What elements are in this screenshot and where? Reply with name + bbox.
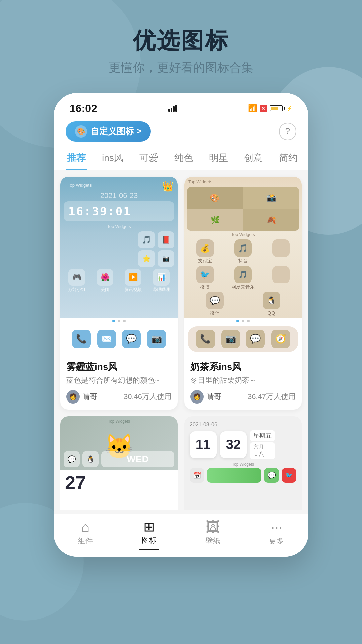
theme-info-blue: 雾霾蓝ins风 蓝色是符合所有幻想的颜色~ 🧑 晴哥 30.46万人使用	[60, 355, 178, 410]
tab-star[interactable]: 明星	[208, 147, 229, 170]
theme-card-cat[interactable]: Top Widgets 🐱 💬 🐧 WED 27	[60, 416, 178, 510]
cream-dock-msg: 💬	[246, 330, 265, 348]
cream-dock: 📞 📷 💬 🧭	[188, 326, 298, 352]
theme-card-blue[interactable]: 👑 Top Widgets 2021-06-23 16:39:01 Top Wi	[60, 177, 178, 410]
calendar-preview: 2021-08-06 11 32 星期五 六月廿八 Top Widgets 📅	[184, 416, 302, 510]
battery-icon: ⚡	[270, 105, 292, 111]
widget-icon: ⌂	[81, 520, 89, 534]
custom-icon: 🎨	[75, 125, 87, 138]
blue-app-icon-3: ⭐	[138, 250, 155, 267]
content-area: 👑 Top Widgets 2021-06-23 16:39:01 Top Wi	[54, 170, 308, 514]
preview-header-blue: Top Widgets	[64, 180, 174, 189]
bottom-nav: ⌂ 组件 ⊞ 图标 🖼 壁纸 ··· 更多	[54, 514, 308, 557]
cal-num-2: 32	[220, 431, 247, 458]
blue-app-icon-2: 📕	[158, 231, 174, 248]
tab-cute[interactable]: 可爱	[138, 147, 160, 170]
cream-collage: 🎨 📸 🌿 🍂	[187, 187, 299, 231]
cream-icon-grid: 💰 支付宝 🎵 抖音	[184, 238, 302, 265]
theme-grid: 👑 Top Widgets 2021-06-23 16:39:01 Top Wi	[60, 177, 302, 510]
cal-date-header: 2021-08-06	[190, 422, 296, 428]
theme-card-cream[interactable]: Top Widgets 🎨 📸 🌿 🍂 Top Widgets	[184, 177, 302, 410]
crown-badge: 👑	[162, 181, 174, 192]
blue-app-icon-4: 📷	[158, 250, 174, 267]
more-icon: ···	[270, 520, 282, 534]
wallpaper-icon: 🖼	[206, 520, 220, 534]
tab-simple[interactable]: 简约	[278, 147, 299, 170]
cream-dock-phone: 📞	[196, 330, 215, 348]
status-icons: 📶 ✕ ⚡	[248, 104, 292, 113]
theme-card-calendar[interactable]: 2021-08-06 11 32 星期五 六月廿八 Top Widgets 📅	[184, 416, 302, 510]
signal-icon	[168, 105, 177, 112]
hero-title: 优选图标	[0, 27, 362, 54]
theme-name-cream: 奶茶系ins风	[190, 361, 296, 373]
theme-preview-cream: Top Widgets 🎨 📸 🌿 🍂 Top Widgets	[184, 177, 302, 318]
tab-recommend[interactable]: 推荐	[66, 147, 87, 170]
tab-ins[interactable]: ins风	[101, 147, 125, 170]
more-label: 更多	[269, 536, 284, 546]
nav-item-widget[interactable]: ⌂ 组件	[54, 520, 117, 550]
blue-grid-icon-2: 🌺 美团	[92, 269, 118, 293]
hero-subtitle: 更懂你，更好看的图标合集	[0, 60, 362, 76]
theme-author-blue: 🧑 晴哥	[66, 390, 97, 404]
help-icon: ?	[285, 126, 290, 137]
theme-users-cream: 36.47万人使用	[248, 392, 296, 402]
author-avatar-blue: 🧑	[66, 390, 80, 404]
cal-app-row: 📅 💬 🐦	[190, 468, 296, 483]
dock-phone: 📞	[72, 330, 91, 348]
nav-active-indicator	[139, 549, 159, 550]
cal-lunar: 六月廿八	[250, 442, 275, 459]
x-icon: ✕	[260, 105, 267, 112]
blue-dots	[60, 318, 178, 324]
theme-footer-cream: 🧑 晴哥 36.47万人使用	[190, 390, 296, 404]
cal-num-1: 11	[190, 431, 217, 458]
icon-label: 图标	[142, 535, 157, 545]
theme-desc-cream: 冬日里的甜栗奶茶～	[190, 375, 296, 385]
preview-header-cream: Top Widgets	[184, 177, 302, 186]
nav-item-more[interactable]: ··· 更多	[245, 520, 308, 550]
blue-grid-icon-3: ▶️ 腾讯视频	[120, 269, 146, 293]
cal-date-display: 11 32 星期五 六月廿八	[190, 430, 296, 459]
cal-weekday: 星期五	[250, 430, 275, 441]
icon-icon: ⊞	[143, 520, 155, 533]
custom-icon-button[interactable]: 🎨 自定义图标 >	[66, 121, 151, 142]
cream-dock-compass: 🧭	[271, 330, 290, 348]
cream-icon-grid3: 💬 微信 🐧 QQ	[184, 291, 302, 318]
theme-footer-blue: 🧑 晴哥 30.46万人使用	[66, 390, 172, 404]
dock-mail: ✉️	[97, 330, 116, 348]
dock-camera: 📷	[147, 330, 166, 348]
blue-grid-icon-1: 🎮 万能小组	[64, 269, 90, 293]
status-bar: 16:02 📶 ✕ ⚡	[54, 93, 308, 118]
theme-info-cream: 奶茶系ins风 冬日里的甜栗奶茶～ 🧑 晴哥 36.47万人使用	[184, 355, 302, 410]
cream-dock-camera: 📷	[221, 330, 240, 348]
tab-solid[interactable]: 纯色	[173, 147, 194, 170]
wifi-icon: 📶	[248, 104, 257, 113]
theme-desc-blue: 蓝色是符合所有幻想的颜色~	[66, 375, 172, 385]
custom-banner: 🎨 自定义图标 > ?	[54, 118, 308, 147]
cream-dots	[184, 318, 302, 324]
theme-users-blue: 30.46万人使用	[124, 392, 172, 402]
hero-section: 优选图标 更懂你，更好看的图标合集	[0, 0, 362, 86]
tab-creative[interactable]: 创意	[243, 147, 264, 170]
dock-msg: 💬	[122, 330, 141, 348]
wallpaper-label: 壁纸	[205, 536, 220, 546]
help-button[interactable]: ?	[279, 123, 296, 140]
blue-dock: 📞 ✉️ 💬 📷	[64, 326, 174, 352]
nav-item-wallpaper[interactable]: 🖼 壁纸	[181, 520, 245, 550]
phone-wrapper: 16:02 📶 ✕ ⚡ 🎨	[0, 93, 362, 557]
theme-preview-blue: 👑 Top Widgets 2021-06-23 16:39:01 Top Wi	[60, 177, 178, 318]
phone-frame: 16:02 📶 ✕ ⚡ 🎨	[54, 93, 308, 557]
blue-grid-icon-4: 📊 哔哩哔哩	[148, 269, 174, 293]
status-time: 16:02	[70, 102, 97, 115]
author-name-blue: 晴哥	[82, 392, 97, 402]
cal-day-partial: 27	[65, 473, 86, 492]
author-name-cream: 晴哥	[206, 392, 221, 402]
widget-label: 组件	[78, 536, 93, 546]
author-avatar-cream: 🧑	[190, 390, 204, 404]
blue-app-icon-1: 🎵	[138, 231, 155, 248]
custom-btn-label: 自定义图标 >	[90, 125, 141, 137]
cat-preview: Top Widgets 🐱 💬 🐧 WED	[60, 416, 178, 470]
cream-icon-grid2: 🐦 微博 🎵 网易云音乐	[184, 265, 302, 291]
theme-author-cream: 🧑 晴哥	[190, 390, 221, 404]
battery-bolt: ⚡	[287, 106, 292, 111]
nav-item-icon[interactable]: ⊞ 图标	[117, 520, 181, 550]
